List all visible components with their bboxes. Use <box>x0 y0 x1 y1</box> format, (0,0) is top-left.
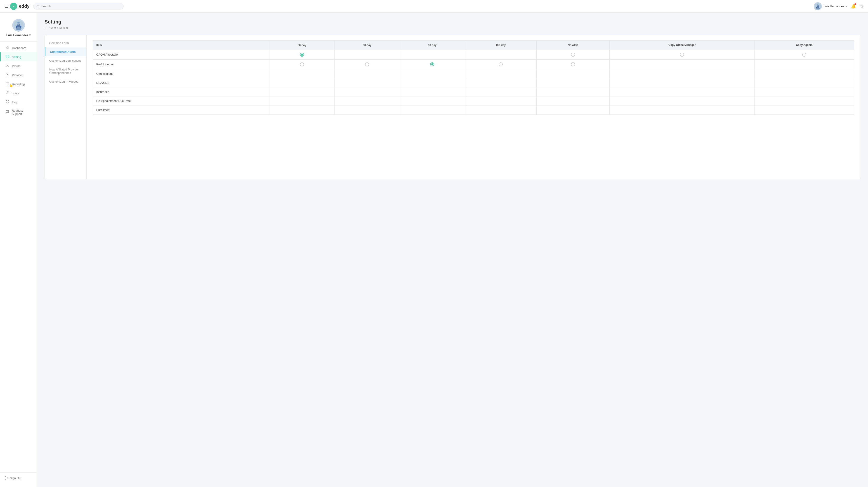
cell-no_alert-4[interactable] <box>536 87 610 96</box>
radio-checked[interactable] <box>300 53 304 57</box>
cell-180day-6[interactable] <box>465 105 536 114</box>
cell-no_alert-6[interactable] <box>536 105 610 114</box>
cell-180day-1[interactable] <box>465 59 536 69</box>
topnav-right: Luis Hernandez ▾ 🔔 🛍 <box>814 2 864 10</box>
radio-unchecked[interactable] <box>571 53 575 57</box>
svg-line-3 <box>39 7 39 7</box>
cell-30day-0[interactable] <box>270 50 335 59</box>
cell-180day-4[interactable] <box>465 87 536 96</box>
radio-unchecked[interactable] <box>365 62 369 66</box>
avatar <box>814 2 822 10</box>
sidebar-label-setting: Setting <box>12 55 21 59</box>
menu-item-common-form[interactable]: Common Form <box>45 39 86 47</box>
radio-unchecked[interactable] <box>499 62 503 66</box>
menu-item-customized-alerts[interactable]: Customized Alerts <box>45 47 86 56</box>
sign-out-icon <box>4 476 8 480</box>
sidebar-item-tools[interactable]: Tools <box>0 89 37 98</box>
sidebar-item-provider[interactable]: Provider <box>0 70 37 79</box>
cell-copy_ag-6[interactable] <box>754 105 854 114</box>
user-menu[interactable]: Luis Hernandez ▾ <box>814 2 847 10</box>
menu-item-customized-verifications[interactable]: Customized Verifications <box>45 56 86 65</box>
cell-no_alert-1[interactable] <box>536 59 610 69</box>
cell-90day-2[interactable] <box>400 69 465 78</box>
cell-30day-2[interactable] <box>270 69 335 78</box>
logo-text: eddy <box>19 4 30 9</box>
radio-unchecked[interactable] <box>680 53 684 57</box>
breadcrumb-home[interactable]: Home <box>49 26 56 29</box>
breadcrumb-current: Setting <box>59 26 68 29</box>
reporting-icon <box>5 82 10 86</box>
svg-rect-15 <box>20 26 21 28</box>
sidebar-username-chevron: ▾ <box>29 33 31 37</box>
cell-copy_om-1[interactable] <box>610 59 754 69</box>
cell-90day-4[interactable] <box>400 87 465 96</box>
svg-rect-22 <box>6 48 7 49</box>
cell-60day-0[interactable] <box>335 50 400 59</box>
sidebar-item-faq[interactable]: Faq <box>0 98 37 107</box>
cell-180day-5[interactable] <box>465 96 536 105</box>
sidebar-username[interactable]: Luis Hernandez ▾ <box>6 33 31 37</box>
cell-copy_om-5[interactable] <box>610 96 754 105</box>
cell-no_alert-2[interactable] <box>536 69 610 78</box>
cell-90day-1[interactable] <box>400 59 465 69</box>
svg-rect-13 <box>17 25 20 27</box>
cell-30day-1[interactable] <box>270 59 335 69</box>
hamburger-button[interactable]: ☰ <box>4 4 8 9</box>
search-input[interactable] <box>41 4 120 8</box>
sign-out-label: Sign Out <box>10 476 22 480</box>
cell-60day-6[interactable] <box>335 105 400 114</box>
sidebar-user: Luis Hernandez ▾ <box>0 16 37 41</box>
cell-90day-6[interactable] <box>400 105 465 114</box>
cell-no_alert-3[interactable] <box>536 78 610 87</box>
sidebar-item-profile[interactable]: Profile <box>0 61 37 70</box>
tools-icon <box>5 91 10 95</box>
sidebar-item-support[interactable]: Request Support <box>0 107 37 118</box>
cell-180day-3[interactable] <box>465 78 536 87</box>
home-icon <box>44 26 47 29</box>
cell-180day-2[interactable] <box>465 69 536 78</box>
cell-60day-4[interactable] <box>335 87 400 96</box>
notification-bell[interactable]: 🔔 <box>851 4 856 9</box>
cell-60day-5[interactable] <box>335 96 400 105</box>
cell-no_alert-0[interactable] <box>536 50 610 59</box>
cell-180day-0[interactable] <box>465 50 536 59</box>
sidebar-item-reporting[interactable]: Reporting 👆 <box>0 79 37 89</box>
cell-60day-2[interactable] <box>335 69 400 78</box>
radio-unchecked[interactable] <box>802 53 806 57</box>
cell-90day-3[interactable] <box>400 78 465 87</box>
cell-30day-3[interactable] <box>270 78 335 87</box>
menu-item-customized-privileges[interactable]: Customized Privileges <box>45 77 86 86</box>
cell-copy_om-0[interactable] <box>610 50 754 59</box>
cell-30day-5[interactable] <box>270 96 335 105</box>
cell-60day-3[interactable] <box>335 78 400 87</box>
cart-icon[interactable]: 🛍 <box>860 4 864 8</box>
radio-checked[interactable] <box>430 62 434 66</box>
settings-card: Common Form Customized Alerts Customized… <box>44 35 861 180</box>
cell-copy_ag-1[interactable] <box>754 59 854 69</box>
search-bar[interactable] <box>33 3 124 9</box>
cell-60day-1[interactable] <box>335 59 400 69</box>
cell-copy_ag-2[interactable] <box>754 69 854 78</box>
sign-out-button[interactable]: Sign Out <box>4 476 33 480</box>
cell-copy_om-4[interactable] <box>610 87 754 96</box>
cell-no_alert-5[interactable] <box>536 96 610 105</box>
cell-30day-6[interactable] <box>270 105 335 114</box>
sidebar-item-dashboard[interactable]: Dashboard <box>0 43 37 53</box>
main-content: Setting Home / Setting Common Form Custo… <box>37 13 868 487</box>
radio-unchecked[interactable] <box>300 62 304 66</box>
cell-copy_om-6[interactable] <box>610 105 754 114</box>
cell-90day-5[interactable] <box>400 96 465 105</box>
cell-90day-0[interactable] <box>400 50 465 59</box>
radio-unchecked[interactable] <box>571 62 575 66</box>
provider-icon <box>5 73 10 77</box>
cell-copy_ag-3[interactable] <box>754 78 854 87</box>
user-menu-chevron: ▾ <box>846 5 847 7</box>
sidebar-item-setting[interactable]: Setting <box>0 53 37 61</box>
cell-copy_om-2[interactable] <box>610 69 754 78</box>
menu-item-new-affiliated[interactable]: New Affiliated Provider Correspondence <box>45 65 86 77</box>
cell-copy_om-3[interactable] <box>610 78 754 87</box>
cell-copy_ag-0[interactable] <box>754 50 854 59</box>
cell-copy_ag-5[interactable] <box>754 96 854 105</box>
cell-30day-4[interactable] <box>270 87 335 96</box>
cell-copy_ag-4[interactable] <box>754 87 854 96</box>
